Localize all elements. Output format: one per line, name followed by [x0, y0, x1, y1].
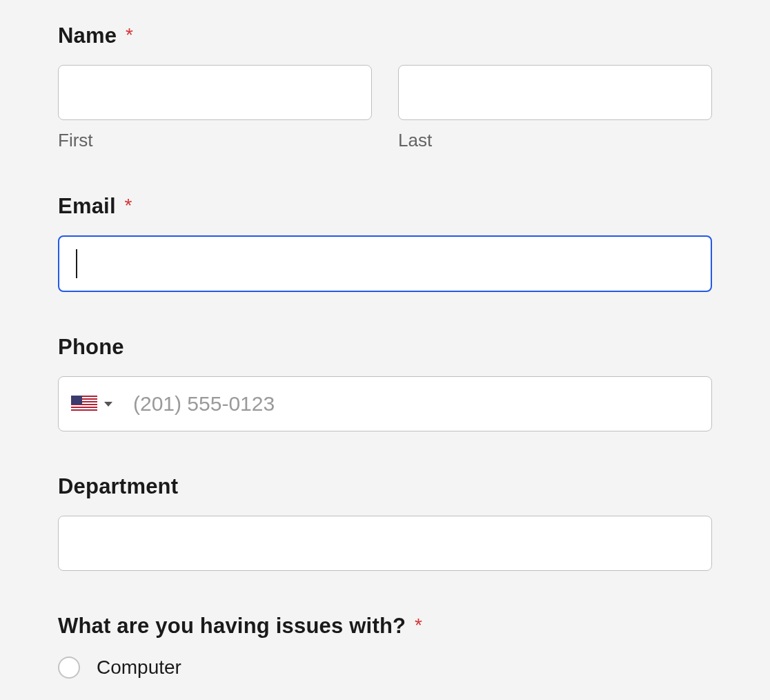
required-marker: *	[415, 614, 422, 636]
last-name-sublabel: Last	[398, 130, 712, 151]
name-label-text: Name	[58, 23, 117, 48]
chevron-down-icon	[104, 402, 112, 407]
first-name-sublabel: First	[58, 130, 372, 151]
issues-label: What are you having issues with? *	[58, 614, 712, 639]
department-input[interactable]	[58, 516, 712, 571]
email-label-text: Email	[58, 194, 116, 218]
required-marker: *	[125, 195, 132, 216]
phone-group: Phone	[58, 335, 712, 431]
email-input[interactable]	[58, 235, 712, 292]
svg-rect-7	[71, 396, 82, 405]
radio-unchecked-icon	[58, 657, 80, 679]
issue-option-row[interactable]: Computer	[58, 657, 712, 679]
email-group: Email *	[58, 194, 712, 292]
name-label: Name *	[58, 23, 712, 48]
svg-rect-4	[71, 405, 97, 407]
phone-input[interactable]	[132, 377, 698, 431]
phone-input-wrap	[58, 376, 712, 431]
text-caret-icon	[76, 249, 77, 278]
phone-label: Phone	[58, 335, 712, 360]
email-label: Email *	[58, 194, 712, 219]
last-name-col: Last	[398, 65, 712, 151]
name-group: Name * First Last	[58, 23, 712, 151]
name-row: First Last	[58, 65, 712, 151]
department-label: Department	[58, 474, 712, 499]
issues-label-text: What are you having issues with?	[58, 614, 406, 638]
us-flag-icon	[71, 396, 97, 412]
department-group: Department	[58, 474, 712, 571]
support-form: Name * First Last Email * Phone	[0, 0, 770, 700]
svg-rect-6	[71, 411, 97, 412]
first-name-input[interactable]	[58, 65, 372, 120]
issues-group: What are you having issues with? * Compu…	[58, 614, 712, 679]
country-code-selector[interactable]	[68, 391, 119, 416]
last-name-input[interactable]	[398, 65, 712, 120]
required-marker: *	[126, 24, 133, 46]
issue-option-label: Computer	[97, 657, 181, 679]
first-name-col: First	[58, 65, 372, 151]
svg-rect-5	[71, 408, 97, 409]
